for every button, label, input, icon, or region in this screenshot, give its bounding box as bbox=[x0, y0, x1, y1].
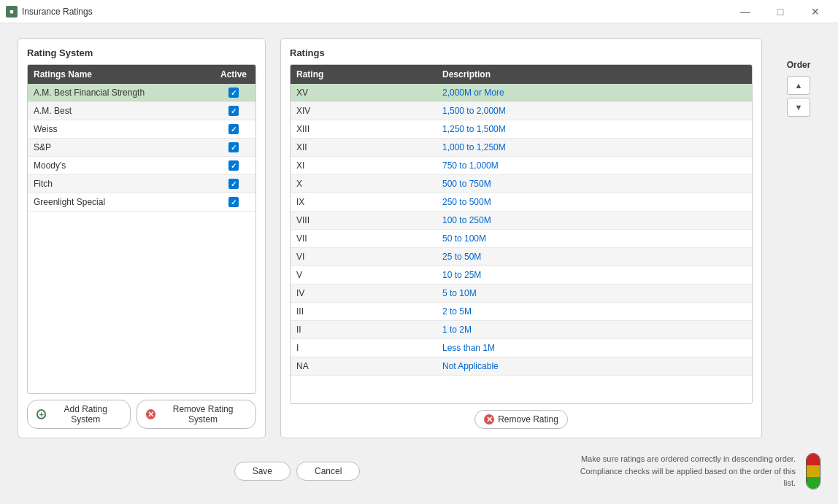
ratings-row[interactable]: X 500 to 750M bbox=[291, 175, 752, 193]
ratings-row[interactable]: IX 250 to 500M bbox=[291, 193, 752, 212]
ratings-row[interactable]: XIII 1,250 to 1,500M bbox=[291, 120, 752, 139]
rating-cell: X bbox=[291, 175, 437, 193]
description-cell: 2 to 5M bbox=[437, 303, 752, 320]
ratings-name-cell: A.M. Best bbox=[28, 102, 212, 120]
add-rating-system-button[interactable]: + Add Rating System bbox=[27, 400, 131, 429]
remove-rating-system-button[interactable]: ✕ Remove Rating System bbox=[137, 400, 256, 429]
ratings-row[interactable]: XII 1,000 to 1,250M bbox=[291, 139, 752, 157]
save-button[interactable]: Save bbox=[234, 462, 291, 481]
ratings-row[interactable]: II 1 to 2M bbox=[291, 321, 752, 339]
rating-cell: IV bbox=[291, 284, 437, 302]
rating-cell: NA bbox=[291, 357, 437, 375]
rating-system-panel: Rating System Ratings Name Active A.M. B… bbox=[18, 38, 266, 438]
rating-cell: XI bbox=[291, 157, 437, 174]
ratings-name-cell: Moody's bbox=[28, 157, 212, 174]
window-controls: — □ ✕ bbox=[729, 1, 832, 23]
remove-rating-button[interactable]: ✕ Remove Rating bbox=[474, 410, 568, 429]
action-area: Save Cancel bbox=[18, 462, 577, 481]
order-panel: Order ▲ ▼ bbox=[777, 38, 820, 438]
rating-cell: VIII bbox=[291, 212, 437, 229]
description-cell: 1,500 to 2,000M bbox=[437, 102, 752, 120]
close-button[interactable]: ✕ bbox=[799, 1, 832, 23]
main-content: Rating System Ratings Name Active A.M. B… bbox=[0, 23, 838, 504]
active-checkbox[interactable] bbox=[228, 179, 239, 189]
maximize-button[interactable]: □ bbox=[764, 1, 797, 23]
rating-system-row[interactable]: A.M. Best Financial Strength bbox=[28, 84, 255, 102]
active-cell[interactable] bbox=[212, 175, 255, 193]
ratings-row[interactable]: VIII 100 to 250M bbox=[291, 212, 752, 230]
tl-yellow bbox=[807, 465, 820, 477]
rating-system-row[interactable]: Weiss bbox=[28, 120, 255, 139]
rating-system-row[interactable]: Moody's bbox=[28, 157, 255, 175]
rating-cell: VI bbox=[291, 248, 437, 265]
active-checkbox[interactable] bbox=[228, 88, 239, 98]
active-cell[interactable] bbox=[212, 102, 255, 120]
ratings-row[interactable]: XV 2,000M or More bbox=[291, 84, 752, 102]
ratings-row[interactable]: V 10 to 25M bbox=[291, 266, 752, 284]
rating-cell: III bbox=[291, 303, 437, 320]
ratings-row[interactable]: I Less than 1M bbox=[291, 339, 752, 357]
rating-cell: I bbox=[291, 339, 437, 357]
rating-system-row[interactable]: A.M. Best bbox=[28, 102, 255, 120]
col-rating: Rating bbox=[291, 65, 437, 84]
tl-red bbox=[807, 454, 820, 465]
remove-rating-system-label: Remove Rating System bbox=[159, 404, 247, 424]
active-cell[interactable] bbox=[212, 84, 255, 101]
ratings-table: Rating Description XV 2,000M or More XIV… bbox=[290, 64, 753, 404]
active-cell[interactable] bbox=[212, 193, 255, 211]
ratings-row[interactable]: XIV 1,500 to 2,000M bbox=[291, 102, 752, 120]
active-checkbox[interactable] bbox=[228, 106, 239, 116]
ratings-row[interactable]: NA Not Applicable bbox=[291, 357, 752, 376]
rating-system-header: Ratings Name Active bbox=[28, 65, 255, 84]
rating-system-body[interactable]: A.M. Best Financial Strength A.M. Best W… bbox=[28, 84, 255, 393]
description-cell: 750 to 1,000M bbox=[437, 157, 752, 174]
add-icon: + bbox=[36, 409, 46, 419]
order-down-button[interactable]: ▼ bbox=[787, 98, 810, 117]
description-cell: 1,000 to 1,250M bbox=[437, 139, 752, 156]
active-checkbox[interactable] bbox=[228, 124, 239, 134]
remove-rating-icon: ✕ bbox=[484, 414, 494, 424]
rating-cell: XII bbox=[291, 139, 437, 156]
active-checkbox[interactable] bbox=[228, 197, 239, 207]
rating-system-row[interactable]: Fitch bbox=[28, 175, 255, 193]
info-line1: Make sure ratings are ordered correctly … bbox=[581, 454, 796, 463]
ratings-row[interactable]: IV 5 to 10M bbox=[291, 284, 752, 303]
traffic-light-icon bbox=[806, 453, 820, 489]
ratings-name-cell: A.M. Best Financial Strength bbox=[28, 84, 212, 101]
ratings-name-cell: Fitch bbox=[28, 175, 212, 193]
rating-cell: II bbox=[291, 321, 437, 338]
ratings-body[interactable]: XV 2,000M or More XIV 1,500 to 2,000M XI… bbox=[291, 84, 752, 403]
order-up-button[interactable]: ▲ bbox=[787, 76, 810, 95]
col-active: Active bbox=[212, 65, 255, 84]
rating-system-row[interactable]: Greenlight Special bbox=[28, 193, 255, 212]
rating-system-row[interactable]: S&P bbox=[28, 139, 255, 157]
cancel-button[interactable]: Cancel bbox=[296, 462, 360, 481]
active-checkbox[interactable] bbox=[228, 160, 239, 171]
description-cell: 1 to 2M bbox=[437, 321, 752, 338]
active-checkbox[interactable] bbox=[228, 142, 239, 152]
ratings-name-cell: S&P bbox=[28, 139, 212, 156]
remove-rating-system-icon: ✕ bbox=[146, 409, 155, 419]
rating-cell: V bbox=[291, 266, 437, 284]
minimize-button[interactable]: — bbox=[729, 1, 762, 23]
rating-system-table: Ratings Name Active A.M. Best Financial … bbox=[27, 64, 256, 394]
ratings-header: Rating Description bbox=[291, 65, 752, 84]
bottom-bar: Save Cancel Make sure ratings are ordere… bbox=[18, 447, 820, 489]
ratings-row[interactable]: XI 750 to 1,000M bbox=[291, 157, 752, 175]
info-area: Make sure ratings are ordered correctly … bbox=[577, 453, 820, 489]
ratings-row[interactable]: VII 50 to 100M bbox=[291, 230, 752, 248]
info-line2: Compliance checks will be applied based … bbox=[580, 467, 796, 488]
description-cell: Less than 1M bbox=[437, 339, 752, 357]
tl-green bbox=[807, 477, 820, 489]
active-cell[interactable] bbox=[212, 139, 255, 156]
description-cell: Not Applicable bbox=[437, 357, 752, 375]
description-cell: 50 to 100M bbox=[437, 230, 752, 247]
ratings-row[interactable]: III 2 to 5M bbox=[291, 303, 752, 321]
app-icon: ■ bbox=[6, 6, 18, 18]
active-cell[interactable] bbox=[212, 157, 255, 174]
ratings-name-cell: Greenlight Special bbox=[28, 193, 212, 211]
ratings-row[interactable]: VI 25 to 50M bbox=[291, 248, 752, 266]
title-bar: ■ Insurance Ratings — □ ✕ bbox=[0, 0, 838, 23]
active-cell[interactable] bbox=[212, 120, 255, 138]
col-description: Description bbox=[437, 65, 752, 84]
